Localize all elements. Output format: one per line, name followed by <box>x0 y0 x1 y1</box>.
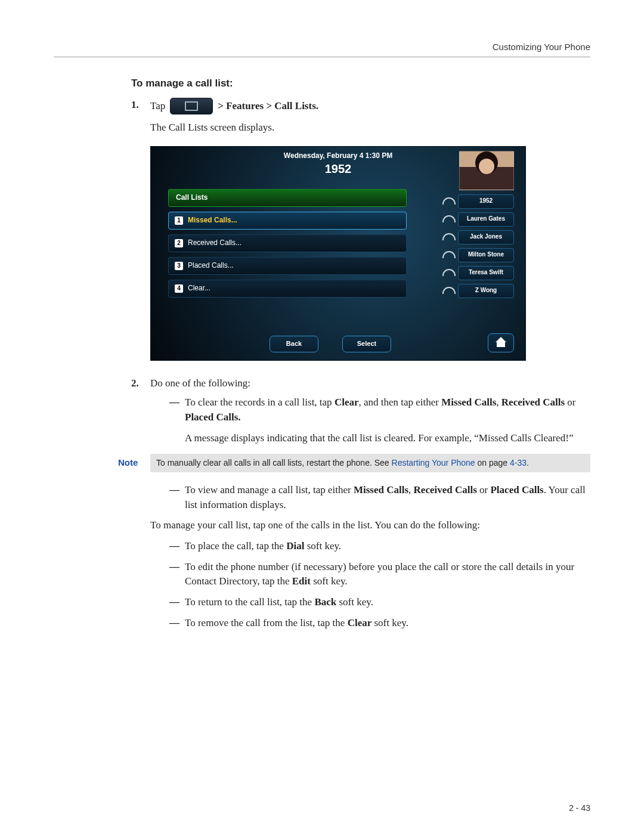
txt-bold: Placed Calls. <box>185 411 241 423</box>
step-2-options-a: To clear the records in a call list, tap… <box>169 395 590 445</box>
txt: , <box>496 397 501 408</box>
phone-screenshot: Wednesday, February 4 1:30 PM 1952 Call … <box>150 146 526 361</box>
ss-home-button[interactable] <box>488 333 514 352</box>
note-text: To manually clear all calls in all call … <box>150 454 590 472</box>
txt-bold: Edit <box>292 575 311 587</box>
txt: To edit the phone number (if necessary) … <box>185 561 574 587</box>
ss-item-number: 1 <box>175 216 183 225</box>
txt: To remove the call from the list, tap th… <box>185 617 348 628</box>
ss-contact[interactable]: Jack Jones <box>436 230 514 245</box>
action-clear: To remove the call from the list, tap th… <box>169 616 590 631</box>
ss-contact[interactable]: Teresa Swift <box>436 265 514 281</box>
txt-bold: Received Calls <box>414 484 477 496</box>
action-back: To return to the call list, tap the Back… <box>169 595 590 610</box>
ss-item-missed-calls[interactable]: 1 Missed Calls... <box>168 212 407 230</box>
txt: or <box>477 484 491 496</box>
txt-bold: Clear <box>335 397 359 408</box>
txt-bold: Placed Calls <box>490 484 543 496</box>
txt: , and then tap either <box>358 397 441 408</box>
step-1: 1. Tap > Features > Call Lists. The Call… <box>131 98 590 371</box>
ss-softkey-select[interactable]: Select <box>342 336 391 352</box>
step-2: 2. Do one of the following: To clear the… <box>131 376 590 637</box>
ss-contact-chip: Lauren Gates <box>458 212 514 227</box>
ss-contact[interactable]: 1952 <box>436 194 514 209</box>
txt-bold: Missed Calls <box>354 484 408 496</box>
txt: or <box>565 397 575 408</box>
txt: To clear the records in a call list, tap <box>185 397 335 408</box>
home-icon <box>497 339 505 347</box>
step-2-number: 2. <box>131 376 144 637</box>
handset-icon <box>442 196 454 208</box>
txt: . <box>527 458 529 467</box>
section-heading: To manage a call list: <box>131 78 590 89</box>
step-2-text: Do one of the following: <box>150 376 590 391</box>
txt-bold: Back <box>314 596 336 608</box>
ss-item-placed-calls[interactable]: 3 Placed Calls... <box>168 257 407 275</box>
action-dial: To place the call, tap the Dial soft key… <box>169 539 590 554</box>
option-clear-follow: A message displays indicating that the c… <box>185 431 590 446</box>
option-clear: To clear the records in a call list, tap… <box>169 395 590 445</box>
step-1-after: The Call Lists screen displays. <box>150 120 590 135</box>
txt: To manually clear all calls in all call … <box>156 458 392 467</box>
header-rule <box>54 57 590 57</box>
ss-contact-chip: Milton Stone <box>458 248 514 262</box>
txt: soft key. <box>311 575 348 587</box>
handset-icon <box>442 267 454 279</box>
manage-intro: To manage your call list, tap one of the… <box>150 518 590 533</box>
ss-item-label: Received Calls... <box>188 238 242 248</box>
ss-contact-list: 1952 Lauren Gates Jack Jones Milton Ston… <box>436 194 514 299</box>
txt: on page <box>475 458 510 467</box>
ss-contact-chip: 1952 <box>458 194 514 209</box>
txt: To view and manage a call list, tap eith… <box>185 484 354 496</box>
txt: , <box>408 484 414 496</box>
note-link[interactable]: Restarting Your Phone <box>392 458 475 467</box>
step-1-breadcrumb: > Features > Call Lists. <box>218 99 318 114</box>
handset-icon <box>442 231 454 243</box>
handset-icon <box>442 249 454 261</box>
page: Customizing Your Phone To manage a call … <box>0 0 644 833</box>
manage-actions: To place the call, tap the Dial soft key… <box>169 539 590 630</box>
txt: To place the call, tap the <box>185 540 286 552</box>
option-view-manage: To view and manage a call list, tap eith… <box>169 483 590 512</box>
txt: To return to the call list, tap the <box>185 596 314 608</box>
ss-contact-chip: Z Wong <box>458 284 514 298</box>
running-head: Customizing Your Phone <box>54 42 590 52</box>
step-1-number: 1. <box>131 98 144 371</box>
note-page-ref[interactable]: 4-33 <box>510 458 527 467</box>
txt-bold: Dial <box>286 540 304 552</box>
ss-item-number: 3 <box>175 262 183 270</box>
ss-item-number: 2 <box>175 239 183 247</box>
page-number: 2 - 43 <box>569 803 590 813</box>
step-2-options-b: To view and manage a call list, tap eith… <box>169 483 590 512</box>
ss-item-received-calls[interactable]: 2 Received Calls... <box>168 234 407 252</box>
ss-contact-chip: Jack Jones <box>458 230 514 244</box>
txt: soft key. <box>371 617 408 628</box>
ss-item-clear[interactable]: 4 Clear... <box>168 280 407 298</box>
ss-avatar <box>459 151 514 190</box>
txt: soft key. <box>336 596 373 608</box>
ss-contact[interactable]: Z Wong <box>436 283 514 299</box>
ss-list-title: Call Lists <box>168 189 407 207</box>
action-edit: To edit the phone number (if necessary) … <box>169 560 590 589</box>
handset-icon <box>442 285 454 297</box>
txt-bold: Clear <box>348 617 372 628</box>
ss-item-label: Clear... <box>188 283 210 293</box>
menu-button-icon <box>170 98 213 114</box>
ss-call-list: 1 Missed Calls... 2 Received Calls... 3 … <box>168 212 407 298</box>
ss-contact[interactable]: Lauren Gates <box>436 212 514 227</box>
note-label: Note <box>73 454 150 469</box>
body-text: 1. Tap > Features > Call Lists. The Call… <box>131 98 590 636</box>
ss-item-number: 4 <box>175 284 183 293</box>
txt-bold: Missed Calls <box>441 397 496 408</box>
handset-icon <box>442 213 454 225</box>
txt-bold: Received Calls <box>501 397 565 408</box>
ss-item-label: Missed Calls... <box>188 215 237 225</box>
step-1-tap: Tap <box>150 99 165 114</box>
txt: soft key. <box>304 540 341 552</box>
ss-item-label: Placed Calls... <box>188 261 234 271</box>
ss-softkey-back[interactable]: Back <box>270 336 318 352</box>
ss-contact[interactable]: Milton Stone <box>436 247 514 263</box>
ss-contact-chip: Teresa Swift <box>458 266 514 280</box>
note-block: Note To manually clear all calls in all … <box>73 454 590 472</box>
